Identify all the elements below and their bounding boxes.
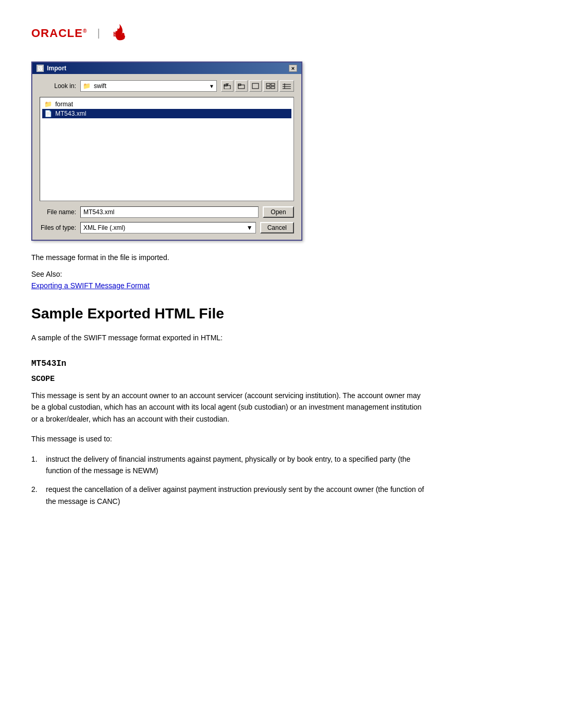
toolbar-up-button[interactable]	[221, 80, 234, 92]
dialog-body: Look in: 📁 swift ▼	[32, 74, 301, 240]
svg-rect-9	[271, 83, 275, 85]
file-item-name-format: format	[55, 101, 73, 108]
folder-small-icon: 📁	[83, 82, 91, 90]
content-area: The message format in the file is import…	[31, 253, 427, 507]
logo-area: ORACLE® | bea	[31, 21, 532, 46]
scope-text: This message is sent by an account owner…	[31, 390, 427, 425]
file-name-label: File name:	[40, 208, 76, 216]
logo-divider: |	[95, 28, 102, 40]
file-list-area[interactable]: 📁 format 📄 MT543.xml	[40, 97, 294, 201]
look-in-row: Look in: 📁 swift ▼	[40, 80, 294, 92]
toolbar-new-folder-button[interactable]	[235, 80, 248, 92]
files-of-type-select[interactable]: XML File (.xml) ▼	[80, 222, 256, 233]
intro-text: A sample of the SWIFT message format exp…	[31, 332, 427, 343]
toolbar-view-icons-button[interactable]	[279, 80, 294, 92]
list-num-2: 2.	[31, 484, 42, 507]
list-item-2: 2. request the cancellation of a deliver…	[31, 484, 427, 507]
toolbar-view-details-button[interactable]	[263, 80, 278, 92]
dialog-close-button[interactable]: ×	[289, 65, 297, 72]
section-title: Sample Exported HTML File	[31, 305, 427, 322]
file-item-mt543[interactable]: 📄 MT543.xml	[42, 109, 291, 118]
dialog-title-icon: 🖼	[36, 65, 44, 72]
toolbar-buttons	[221, 80, 294, 92]
xml-file-icon: 📄	[44, 110, 52, 117]
toolbar-view-list-button[interactable]	[249, 80, 262, 92]
list-text-2: request the cancellation of a deliver ag…	[46, 484, 427, 507]
file-item-format[interactable]: 📁 format	[42, 100, 291, 109]
oracle-logo: ORACLE®	[31, 27, 87, 40]
list-item-1: 1. instruct the delivery of financial in…	[31, 453, 427, 477]
import-note: The message format in the file is import…	[31, 253, 427, 262]
file-item-name-mt543: MT543.xml	[55, 110, 86, 117]
svg-rect-11	[271, 87, 275, 89]
dropdown-arrow-icon: ▼	[209, 83, 214, 89]
ordered-list: 1. instruct the delivery of financial in…	[31, 453, 427, 508]
svg-rect-8	[266, 83, 270, 85]
look-in-label: Look in:	[40, 82, 76, 90]
files-type-arrow-icon: ▼	[247, 224, 253, 231]
scope-heading: SCOPE	[31, 375, 427, 384]
mt-heading: MT543In	[31, 359, 427, 368]
oracle-text: ORACLE	[31, 27, 83, 40]
oracle-sup: ®	[83, 28, 87, 34]
dialog-titlebar: 🖼 Import ×	[32, 63, 301, 74]
open-button[interactable]: Open	[263, 206, 294, 218]
list-num-1: 1.	[31, 453, 42, 477]
files-of-type-label: Files of type:	[40, 224, 76, 231]
file-name-row: File name: Open	[40, 206, 294, 218]
svg-rect-10	[266, 87, 270, 89]
look-in-dropdown[interactable]: 📁 swift ▼	[80, 80, 217, 92]
list-text-1: instruct the delivery of financial instr…	[46, 453, 427, 477]
files-of-type-value: XML File (.xml)	[83, 224, 125, 231]
bea-icon: bea	[110, 21, 131, 46]
svg-rect-7	[252, 83, 259, 89]
svg-text:bea: bea	[113, 30, 125, 38]
dialog-title-text: Import	[47, 65, 66, 72]
import-dialog: 🖼 Import × Look in: 📁 swift ▼	[31, 61, 302, 241]
bea-logo-svg: bea	[110, 21, 131, 42]
see-also-link[interactable]: Exporting a SWIFT Message Format	[31, 281, 427, 290]
dialog-title-left: 🖼 Import	[36, 65, 66, 72]
files-of-type-row: Files of type: XML File (.xml) ▼ Cancel	[40, 222, 294, 233]
look-in-value: swift	[94, 82, 106, 90]
see-also-label: See Also:	[31, 270, 427, 278]
folder-icon: 📁	[44, 101, 52, 108]
used-to-label: This message is used to:	[31, 433, 427, 445]
cancel-button[interactable]: Cancel	[260, 222, 294, 233]
file-name-input[interactable]	[80, 206, 259, 218]
